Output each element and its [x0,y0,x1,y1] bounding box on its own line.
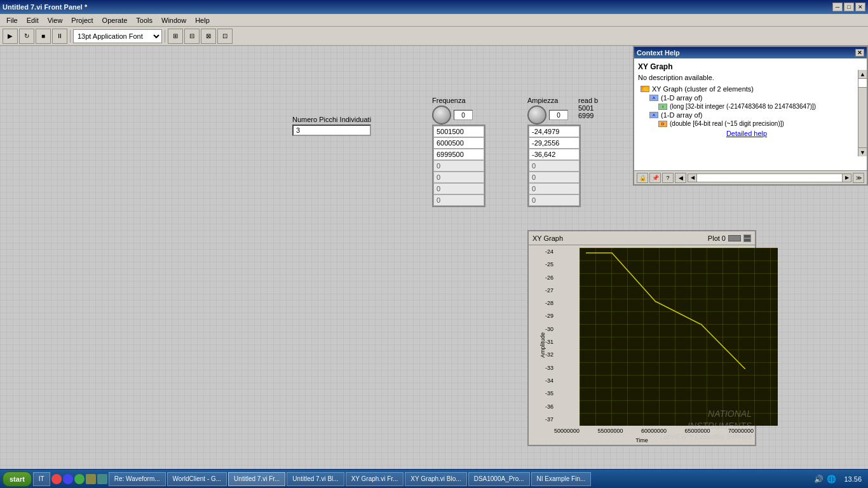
amp-row-2: -36,642 [529,149,580,160]
taskbar-dsa1000a[interactable]: DSA1000A_Pro... [468,472,530,486]
maximize-button[interactable]: □ [844,3,854,11]
amp-knob[interactable] [527,105,546,125]
ctx-root-label: XY Graph (cluster of 2 elements) [652,85,754,93]
ctx-tree-item1: A (1-D array of) [649,94,855,102]
misc-icon2 [97,474,107,484]
run-continuously-button[interactable]: ↻ [19,29,34,44]
freq-label: Frequenza [432,97,485,104]
align-button[interactable]: ⊞ [168,29,183,44]
read-buffer-label: read b 5001 6999 [578,97,598,119]
ctx-lock-button[interactable]: 🔒 [637,173,648,183]
ctx-hscroll-left[interactable]: ◀ [688,174,697,182]
amp-label: Ampiezza [527,97,581,104]
ctx-heading: XY Graph [638,62,855,71]
taskbar-rewaveform[interactable]: Re: Waveform... [109,472,166,486]
taskbar-untitled7-front[interactable]: Untitled 7.vi Fr... [228,472,285,486]
tray-icon-2: 🌐 [826,474,836,484]
ctx-back-button[interactable]: ◀ [675,173,686,183]
menu-help[interactable]: Help [191,15,214,25]
freq-cell-3[interactable]: 0 [433,160,484,172]
freq-cell-5[interactable]: 0 [433,183,484,194]
tray-icons: 🔊 🌐 [811,474,839,484]
taskbar-clock: 13.56 [840,475,865,483]
freq-row-5: 0 [433,183,484,194]
ie-icon [63,474,73,484]
freq-cell-0[interactable]: 5001500 [433,126,484,137]
freq-widget: Frequenza 0 5001500 6000500 6999500 0 [432,97,485,207]
ctx-title-bar: Context Help ✕ [634,47,867,58]
taskbar-it[interactable]: IT [33,472,50,486]
amp-cell-1[interactable]: -29,2556 [529,137,580,149]
taskbar-xygraph-front[interactable]: XY Graph.vi Fr... [346,472,404,486]
resize-button[interactable]: ⊠ [201,29,216,44]
reorder-button[interactable]: ⊡ [217,29,233,44]
other-icon [74,474,85,484]
minimize-button[interactable]: ─ [832,3,843,11]
ctx-hscroll[interactable]: ◀ ▶ [688,173,851,182]
distribute-button[interactable]: ⊟ [184,29,200,44]
ctx-detailed-help-link[interactable]: Detailed help [638,130,855,137]
amp-cell-5[interactable]: 0 [529,183,580,194]
freq-knob[interactable] [432,105,451,125]
freq-row-4: 0 [433,172,484,183]
plot-label: Plot 0 [708,234,726,242]
ctx-tree-item1-child: I (long [32-bit integer (-2147483648 to … [658,103,855,110]
y-label-1: -25 [545,261,553,268]
ctx-scroll-up[interactable]: ▲ [858,70,867,79]
menu-project[interactable]: Project [67,15,97,25]
y-label-13: -37 [545,416,553,423]
menu-view[interactable]: View [44,15,67,25]
main-area: Numero Picchi Individuati 3 Frequenza 0 … [0,46,868,469]
freq-cell-6[interactable]: 0 [433,194,484,206]
menu-file[interactable]: File [3,15,22,25]
amp-index[interactable]: 0 [549,110,568,120]
ctx-hscroll-right[interactable]: ▶ [842,174,851,182]
freq-cell-2[interactable]: 6999500 [433,149,484,160]
taskbar-xygraph-block[interactable]: XY Graph.vi Blo... [405,472,466,486]
close-button[interactable]: ✕ [855,3,865,11]
freq-index[interactable]: 0 [454,110,473,120]
xy-graph-body: Amplitude -24 -25 -26 -27 -28 -29 -30 -3… [529,245,755,445]
amp-widget: Ampiezza 0 -24,4979 -29,2556 -36,642 0 [527,97,581,207]
firefox-icon [51,474,62,484]
y-label-8: -32 [545,351,553,358]
taskbar-worldclient[interactable]: WorldClient - G... [167,472,227,486]
abort-button[interactable]: ■ [36,29,51,44]
ctx-scroll-thumb[interactable] [858,79,867,88]
amp-cell-3[interactable]: 0 [529,160,580,172]
misc-icon [86,474,96,484]
amp-cell-6[interactable]: 0 [529,194,580,206]
ctx-body: XY Graph No description available. C XY … [634,58,867,170]
taskbar-untitled7-block[interactable]: Untitled 7.vi Bl... [287,472,344,486]
start-button[interactable]: start [3,471,32,487]
ctx-close-button[interactable]: ✕ [855,49,864,57]
menu-operate[interactable]: Operate [98,15,132,25]
plot-style-btn-bot[interactable] [743,238,751,242]
pause-button[interactable]: ⏸ [52,29,67,44]
picchi-value[interactable]: 3 [292,125,371,136]
amp-array-body: -24,4979 -29,2556 -36,642 0 0 0 [527,125,581,207]
ctx-expand-button[interactable]: ≫ [853,173,864,183]
taskbar-ni-example[interactable]: NI Example Fin... [531,472,592,486]
menu-window[interactable]: Window [158,15,190,25]
amp-cell-0[interactable]: -24,4979 [529,126,580,137]
separator-2 [165,30,165,43]
y-label-7: -31 [545,339,553,345]
menu-tools[interactable]: Tools [132,15,156,25]
freq-cell-1[interactable]: 6000500 [433,137,484,149]
ctx-scrollbar[interactable]: ▲ ▼ [858,70,867,156]
freq-cell-4[interactable]: 0 [433,172,484,183]
amp-cell-2[interactable]: -36,642 [529,149,580,160]
amp-knob-container: 0 [527,105,581,125]
amp-cell-4[interactable]: 0 [529,172,580,183]
font-select[interactable]: 13pt Application Font [73,29,162,43]
ctx-pin-button[interactable]: 📌 [649,173,661,183]
freq-knob-container: 0 [432,105,485,125]
menu-edit[interactable]: Edit [23,15,43,25]
ctx-scroll-down[interactable]: ▼ [858,147,867,156]
run-button[interactable]: ▶ [3,29,18,44]
picchi-label: Numero Picchi Individuati [292,116,371,123]
freq-row-0: 5001500 [433,126,484,137]
ctx-help-button[interactable]: ? [662,173,674,183]
canvas-area[interactable]: Numero Picchi Individuati 3 Frequenza 0 … [0,46,868,469]
